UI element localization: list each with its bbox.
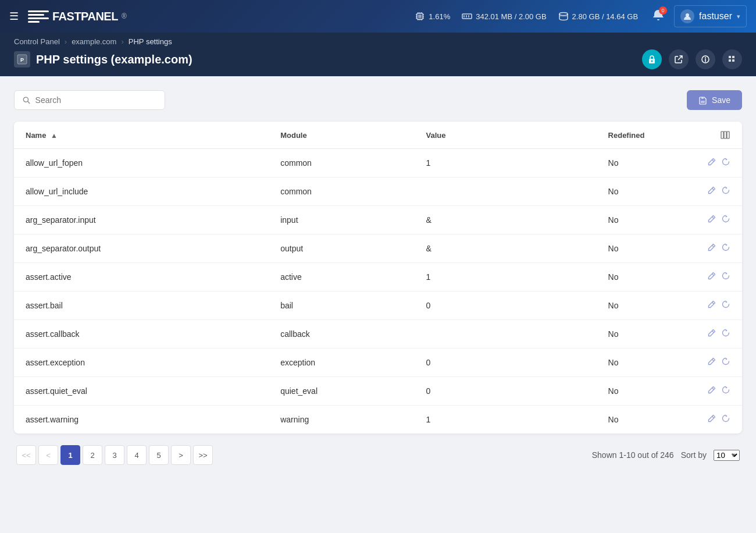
user-chevron: ▾ — [737, 13, 740, 20]
edit-icon-8[interactable] — [707, 385, 716, 397]
user-avatar — [680, 9, 694, 23]
edit-icon-1[interactable] — [707, 186, 716, 197]
page-5-button[interactable]: 5 — [149, 445, 169, 465]
page-3-button[interactable]: 3 — [105, 445, 124, 465]
svg-line-48 — [712, 274, 714, 276]
external-link-button[interactable] — [669, 49, 689, 69]
disk-icon — [558, 11, 569, 22]
col-redefined-header: Redefined — [597, 122, 684, 149]
cell-actions-9 — [684, 406, 742, 434]
cell-module-1: common — [269, 177, 414, 206]
edit-icon-5[interactable] — [707, 300, 716, 311]
save-button[interactable]: Save — [687, 90, 742, 110]
cell-value-7: 0 — [415, 349, 597, 377]
columns-icon[interactable] — [720, 130, 730, 140]
sort-select[interactable]: 10 25 50 100 — [714, 450, 740, 461]
reset-icon-6[interactable] — [721, 328, 730, 340]
first-page-button[interactable]: << — [16, 445, 36, 465]
table-row: assert.quiet_eval quiet_eval 0 No — [14, 377, 742, 406]
notification-count: 0 — [659, 6, 667, 15]
cell-value-0: 1 — [415, 149, 597, 177]
ram-value: 342.01 MB / 2.00 GB — [476, 12, 546, 21]
breadcrumb-sep-2: › — [121, 37, 123, 46]
subheader: Control Panel › example.com › PHP settin… — [0, 33, 756, 76]
cell-redefined-4: No — [597, 263, 684, 292]
save-label: Save — [712, 95, 730, 105]
menu-icon[interactable]: ☰ — [9, 10, 19, 23]
logo: FASTPANEL ® — [28, 9, 126, 23]
cell-module-6: callback — [269, 320, 414, 349]
edit-icon-6[interactable] — [707, 328, 716, 340]
reset-icon-3[interactable] — [721, 243, 730, 254]
table-body: allow_url_fopen common 1 No — [14, 149, 742, 434]
cell-actions-2 — [684, 206, 742, 234]
cell-name-1: allow_url_include — [14, 177, 269, 206]
cell-redefined-6: No — [597, 320, 684, 349]
table-row: assert.callback callback No — [14, 320, 742, 349]
breadcrumb-example-com[interactable]: example.com — [72, 37, 116, 46]
cell-actions-3 — [684, 234, 742, 263]
cpu-icon — [415, 11, 425, 22]
svg-text:P: P — [20, 57, 24, 63]
cell-name-4: assert.active — [14, 263, 269, 292]
save-icon — [698, 96, 707, 105]
cell-redefined-3: No — [597, 234, 684, 263]
cell-name-7: assert.exception — [14, 349, 269, 377]
user-menu[interactable]: fastuser ▾ — [674, 5, 747, 27]
edit-icon-2[interactable] — [707, 214, 716, 226]
header: ☰ FASTPANEL ® — [0, 0, 756, 33]
page-1-button[interactable]: 1 — [60, 445, 80, 465]
info-button[interactable] — [696, 49, 715, 69]
cell-redefined-2: No — [597, 206, 684, 234]
search-box — [14, 90, 165, 110]
reset-icon-8[interactable] — [721, 385, 730, 397]
prev-page-button[interactable]: < — [38, 445, 58, 465]
cell-module-2: input — [269, 206, 414, 234]
page-4-button[interactable]: 4 — [127, 445, 147, 465]
col-name-header[interactable]: Name ▲ — [14, 122, 269, 149]
reset-icon-4[interactable] — [721, 271, 730, 283]
svg-rect-34 — [732, 56, 734, 58]
sort-select-wrapper: 10 25 50 100 — [714, 450, 740, 461]
svg-rect-40 — [701, 101, 705, 103]
svg-line-44 — [712, 160, 714, 162]
edit-icon-3[interactable] — [707, 243, 716, 254]
search-input[interactable] — [35, 95, 156, 105]
php-settings-table: Name ▲ Module Value Redefined — [14, 122, 742, 433]
cell-module-7: exception — [269, 349, 414, 377]
page-2-button[interactable]: 2 — [83, 445, 102, 465]
cell-redefined-8: No — [597, 377, 684, 406]
edit-icon-0[interactable] — [707, 157, 716, 169]
svg-line-38 — [28, 101, 30, 103]
reset-icon-1[interactable] — [721, 186, 730, 197]
username: fastuser — [699, 11, 732, 22]
svg-line-29 — [678, 56, 682, 60]
reset-icon-5[interactable] — [721, 300, 730, 311]
notifications-bell[interactable]: 0 — [652, 9, 665, 24]
last-page-button[interactable]: >> — [193, 445, 213, 465]
lock-button[interactable] — [642, 49, 662, 69]
cell-actions-4 — [684, 263, 742, 292]
reset-icon-9[interactable] — [721, 414, 730, 425]
svg-rect-5 — [418, 15, 422, 18]
reset-icon-2[interactable] — [721, 214, 730, 226]
reset-icon-7[interactable] — [721, 357, 730, 368]
table-row: arg_separator.input input & No — [14, 206, 742, 234]
cell-actions-5 — [684, 292, 742, 320]
breadcrumb: Control Panel › example.com › PHP settin… — [14, 37, 742, 46]
next-page-button[interactable]: > — [171, 445, 191, 465]
cell-name-6: assert.callback — [14, 320, 269, 349]
svg-rect-33 — [729, 56, 731, 58]
apps-button[interactable] — [722, 49, 742, 69]
cell-redefined-9: No — [597, 406, 684, 434]
edit-icon-9[interactable] — [707, 414, 716, 425]
table-row: assert.warning warning 1 No — [14, 406, 742, 434]
edit-icon-7[interactable] — [707, 357, 716, 368]
table-row: arg_separator.output output & No — [14, 234, 742, 263]
svg-rect-42 — [724, 132, 726, 138]
reset-icon-0[interactable] — [721, 157, 730, 169]
svg-point-32 — [705, 57, 706, 58]
edit-icon-4[interactable] — [707, 271, 716, 283]
breadcrumb-control-panel[interactable]: Control Panel — [14, 37, 60, 46]
svg-rect-41 — [721, 132, 723, 138]
